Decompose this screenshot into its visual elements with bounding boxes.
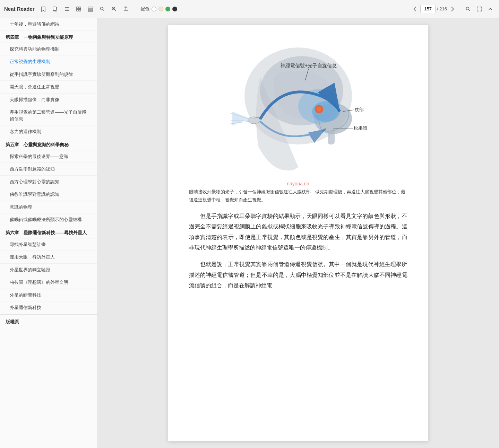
page-total: / 216 [437, 6, 447, 11]
light-dot[interactable] [158, 7, 163, 11]
search2-icon[interactable] [110, 5, 119, 14]
svg-rect-7 [77, 9, 78, 11]
prev-page-button[interactable] [411, 5, 419, 13]
svg-line-15 [114, 9, 116, 11]
sidebar-item-alien-comm[interactable]: 外星通信新科技 [0, 301, 97, 314]
sidebar-item-frontier[interactable]: 探索科學的最後邊界——意識 [0, 150, 97, 163]
upload-icon[interactable] [121, 5, 130, 14]
sidebar-chapter-4: 第四章 一物兩象與特異功能原理 [0, 31, 97, 43]
search-icon[interactable] [98, 5, 107, 14]
sidebar-item-alien-visit[interactable]: 運用天眼，尋訪外星人 [0, 251, 97, 264]
green-dot[interactable] [165, 7, 170, 11]
sidebar-item-seti[interactable]: 尋找外星智慧計畫 [0, 238, 97, 251]
svg-rect-11 [88, 10, 93, 11]
svg-point-29 [317, 107, 321, 112]
svg-point-12 [100, 7, 103, 10]
diagram-caption: 眼睛接收到景物的光子，引發一個神經脈衝信號送往大腦枕部，做先期處理後，再送往大腦… [189, 188, 407, 204]
list-icon[interactable] [86, 5, 95, 14]
main-layout: 十年後，重遊諸佛的網站 第四章 一物兩象與特異功能原理 探究特異功能的物理機制 … [0, 18, 499, 448]
sidebar-item-plato[interactable]: 柏拉圖《理想國》的外星文明 [0, 276, 97, 289]
divider [134, 6, 134, 12]
page-nav: / 216 [411, 5, 457, 13]
sidebar-item-mind-power[interactable]: 念力的運作機制 [0, 125, 97, 138]
collapse-icon[interactable] [486, 5, 495, 14]
svg-line-13 [103, 9, 104, 11]
svg-text:松果體: 松果體 [354, 125, 367, 131]
svg-text:枕部: 枕部 [354, 107, 364, 112]
svg-line-19 [469, 9, 471, 11]
grid-icon[interactable] [74, 5, 83, 14]
book-page: 神經電信號+光子自旋信息 枕部 松果體 nayona.cn 眼睛接收到景物的光子… [168, 25, 428, 441]
copy-icon[interactable] [51, 5, 60, 14]
sidebar-item-hypnosis[interactable]: 催眠術或催眠療法所顯示的心靈結構 [0, 213, 97, 226]
content-area[interactable]: 神經電信號+光子自旋信息 枕部 松果體 nayona.cn 眼睛接收到景物的光子… [97, 18, 499, 448]
sidebar-chapter-5: 第五章 心靈與意識的科學奧秘 [0, 138, 97, 150]
svg-point-18 [466, 7, 469, 10]
sidebar-item-physics[interactable]: 探究特異功能的物理機制 [0, 43, 97, 56]
search-right-icon[interactable] [464, 5, 473, 14]
brain-diagram: 神經電信號+光子自旋信息 枕部 松果體 [225, 42, 371, 174]
sidebar: 十年後，重遊諸佛的網站 第四章 一物兩象與特異功能原理 探究特異功能的物理機制 … [0, 18, 97, 448]
toolbar: Neat Reader 配色 / 216 [0, 0, 499, 18]
svg-rect-5 [77, 7, 78, 9]
sidebar-item-alien-verify[interactable]: 外星世界的獨立驗證 [0, 264, 97, 276]
menu-icon[interactable] [62, 5, 71, 14]
fullscreen-icon[interactable] [475, 5, 484, 14]
toolbar-right [464, 5, 495, 14]
sidebar-item-scan[interactable]: 天眼掃描虛像，而非實像 [0, 94, 97, 106]
watermark: nayona.cn [189, 181, 407, 186]
sidebar-item-buddhist[interactable]: 佛教唯識學對意識的認知 [0, 188, 97, 201]
svg-rect-23 [328, 131, 335, 144]
dark-dot[interactable] [172, 7, 177, 11]
app-title: Neat Reader [4, 6, 35, 12]
svg-rect-9 [88, 7, 93, 8]
sidebar-item-consciousness[interactable]: 意識的物理 [0, 201, 97, 214]
svg-rect-8 [79, 9, 81, 11]
sidebar-item-finger[interactable]: 從手指識字實驗所觀察到的規律 [0, 68, 97, 81]
svg-rect-10 [88, 9, 93, 10]
color-label: 配色 [140, 6, 149, 12]
sidebar-item-alien-tech[interactable]: 外星的瞬間科技 [0, 289, 97, 302]
sidebar-chapter-6: 第六章 星際通信新科技——尋找外星人 [0, 226, 97, 238]
svg-rect-1 [53, 7, 56, 10]
sidebar-item-eye-open[interactable]: 開天眼，會遮住正常視覺 [0, 81, 97, 94]
diagram-container: 神經電信號+光子自旋信息 枕部 松果體 [189, 42, 407, 174]
sidebar-item-channel[interactable]: 產生視覺的第二種管道——光子自旋殘留信息 [0, 106, 97, 125]
sidebar-item-western-phil[interactable]: 西方哲學對意識的認知 [0, 163, 97, 176]
sidebar-item-recent[interactable]: 十年後，重遊諸佛的網站 [0, 18, 97, 31]
page-input[interactable] [420, 5, 436, 13]
color-section: 配色 [140, 6, 177, 12]
sidebar-item-vision[interactable]: 正常視覺的生理機制 [0, 55, 97, 68]
svg-rect-6 [79, 7, 81, 9]
body-paragraph-2: 也就是說，正常視覺其實靠兩個管道傳遞視覺信號。其中一個就是現代神經生理學所描述的… [189, 259, 407, 291]
white-dot[interactable] [152, 7, 156, 11]
sidebar-item-western-psych[interactable]: 西方心理學對心靈的認知 [0, 176, 97, 188]
svg-text:神經電信號+光子自旋信息: 神經電信號+光子自旋信息 [280, 63, 336, 68]
next-page-button[interactable] [448, 5, 457, 13]
bookmark-icon[interactable] [39, 5, 48, 14]
body-paragraph-1: 但是手指識字或耳朵聽字實驗的結果顯示，天眼同樣可以看見文字的顏色與形狀，不過完全… [189, 211, 407, 253]
sidebar-footer-copyright[interactable]: 版權頁 [0, 314, 97, 329]
